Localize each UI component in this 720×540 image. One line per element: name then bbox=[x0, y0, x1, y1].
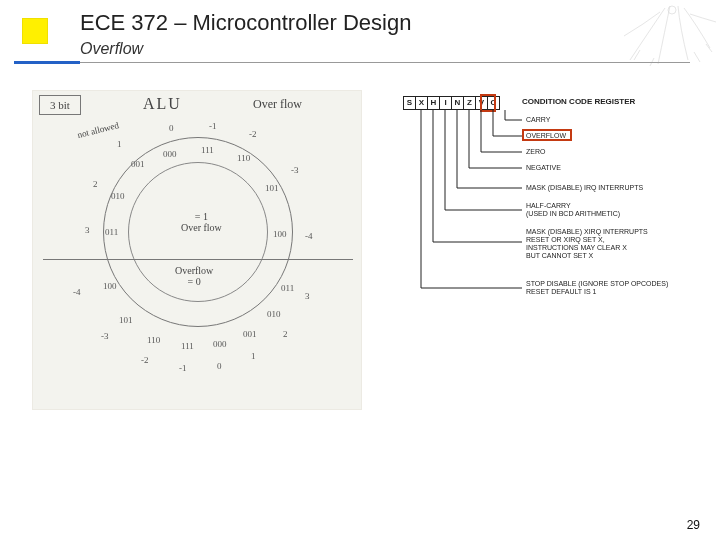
overflow-heading: Over flow bbox=[253, 97, 302, 112]
outer-num: -4 bbox=[73, 287, 81, 297]
inner-bits: 100 bbox=[103, 281, 117, 291]
page-title: ECE 372 – Microcontroller Design bbox=[80, 10, 411, 36]
inner-bits: 100 bbox=[273, 229, 287, 239]
ccr-diagram: S X H I N Z V C CONDITION CODE REGISTER bbox=[392, 96, 708, 326]
outer-num: -3 bbox=[291, 165, 299, 175]
overflow-eq0: Overflow= 0 bbox=[175, 265, 213, 287]
inner-bits: 111 bbox=[201, 145, 214, 155]
ccr-zero-label: ZERO bbox=[526, 148, 545, 156]
outer-num: -1 bbox=[179, 363, 187, 373]
ccr-irq-label: MASK (DISABLE) IRQ INTERRUPTS bbox=[526, 184, 643, 192]
inner-bits: 011 bbox=[105, 227, 118, 237]
alu-overflow-sketch: 3 bit ALU Over flow not allowed = 1Over … bbox=[32, 90, 362, 410]
inner-bits: 010 bbox=[111, 191, 125, 201]
outer-num: 2 bbox=[283, 329, 288, 339]
mid-line bbox=[43, 259, 353, 260]
highlight-overflow-label bbox=[522, 129, 572, 141]
corner-decoration bbox=[610, 0, 720, 70]
ccr-negative-label: NEGATIVE bbox=[526, 164, 561, 172]
inner-bits: 000 bbox=[213, 339, 227, 349]
overflow-eq1: = 1Over flow bbox=[181, 211, 222, 233]
outer-num: 2 bbox=[93, 179, 98, 189]
three-bit-box: 3 bit bbox=[39, 95, 81, 115]
ccr-carry-label: CARRY bbox=[526, 116, 550, 124]
outer-num: 3 bbox=[305, 291, 310, 301]
alu-label: ALU bbox=[143, 95, 182, 113]
inner-bits: 010 bbox=[267, 309, 281, 319]
outer-num: -4 bbox=[305, 231, 313, 241]
inner-bits: 001 bbox=[131, 159, 145, 169]
outer-num: -1 bbox=[209, 121, 217, 131]
inner-bits: 101 bbox=[119, 315, 133, 325]
inner-bits: 000 bbox=[163, 149, 177, 159]
outer-num: 0 bbox=[217, 361, 222, 371]
ccr-xirq-label: MASK (DISABLE) XIRQ INTERRUPTS RESET OR … bbox=[526, 228, 648, 260]
title-underline bbox=[80, 62, 690, 63]
inner-bits: 110 bbox=[147, 335, 160, 345]
inner-bits: 011 bbox=[281, 283, 294, 293]
not-allowed-label: not allowed bbox=[76, 120, 119, 140]
inner-bits: 001 bbox=[243, 329, 257, 339]
ccr-half-label: HALF-CARRY (USED IN BCD ARITHMETIC) bbox=[526, 202, 620, 218]
outer-num: 3 bbox=[85, 225, 90, 235]
outer-num: 1 bbox=[117, 139, 122, 149]
outer-num: 0 bbox=[169, 123, 174, 133]
inner-bits: 110 bbox=[237, 153, 250, 163]
inner-bits: 101 bbox=[265, 183, 279, 193]
outer-num: -2 bbox=[249, 129, 257, 139]
page-subtitle: Overflow bbox=[80, 40, 143, 58]
ccr-stop-label: STOP DISABLE (IGNORE STOP OPCODES) RESET… bbox=[526, 280, 668, 296]
outer-num: -3 bbox=[101, 331, 109, 341]
outer-num: -2 bbox=[141, 355, 149, 365]
accent-square bbox=[22, 18, 48, 44]
inner-bits: 111 bbox=[181, 341, 194, 351]
outer-num: 1 bbox=[251, 351, 256, 361]
page-number: 29 bbox=[687, 518, 700, 532]
